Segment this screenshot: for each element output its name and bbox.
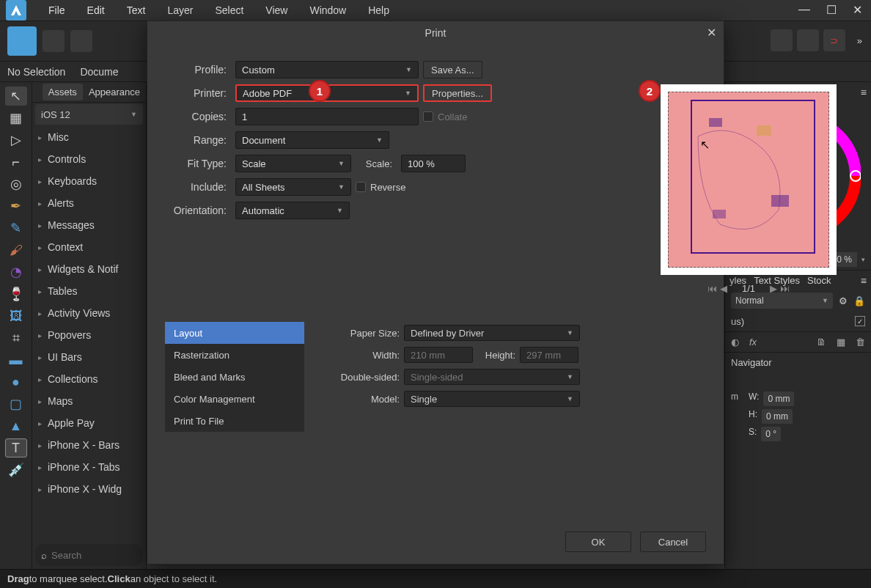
range-select[interactable]: Document▼ [235,131,389,149]
pencil-tool-icon[interactable]: ✎ [5,218,27,238]
svg-rect-5 [771,195,789,207]
adjustment-icon[interactable]: ◐ [731,337,739,348]
paper-size-select[interactable]: Defined by Driver▼ [404,325,580,341]
tree-item[interactable]: ▸Widgets & Notif [32,258,146,280]
lock-icon[interactable]: 🔒 [853,295,865,306]
toolbar-overflow-icon[interactable]: » [857,35,862,46]
tab-print-to-file[interactable]: Print To File [165,410,304,432]
tree-item[interactable]: ▸Alerts [32,192,146,214]
tree-item[interactable]: ▸iPhone X - Tabs [32,456,146,478]
ellipse-tool-icon[interactable]: ● [5,372,27,392]
tab-layout[interactable]: Layout [165,322,304,344]
delete-layer-icon[interactable]: 🗑 [856,337,865,348]
tree-item[interactable]: ▸Tables [32,280,146,302]
tab-assets[interactable]: Assets [43,84,83,100]
next-page-icon[interactable]: ▶ [770,283,777,294]
menu-edit[interactable]: Edit [87,4,105,16]
transform-w-input[interactable]: 0 mm [763,392,794,406]
toolbar-align-icon[interactable] [797,29,819,51]
copies-input[interactable]: 1 [235,108,419,125]
tree-item[interactable]: ▸iPhone X - Bars [32,434,146,456]
save-as-button[interactable]: Save As... [423,61,482,78]
tree-item[interactable]: ▸Controls [32,148,146,170]
width-input[interactable]: 210 mm [404,347,473,363]
move-tool-icon[interactable]: ↖ [5,87,27,106]
tab-rasterization[interactable]: Rasterization [165,344,304,366]
tree-item[interactable]: ▸Context [32,236,146,258]
include-select[interactable]: All Sheets▼ [235,178,351,196]
glass-tool-icon[interactable]: 🍷 [5,284,27,304]
ok-button[interactable]: OK [565,532,631,552]
menu-window[interactable]: Window [309,4,346,16]
fit-select[interactable]: Scale▼ [235,155,351,172]
maximize-icon[interactable]: ☐ [826,3,837,17]
tree-item[interactable]: ▸Maps [32,390,146,412]
menu-text[interactable]: Text [127,4,146,16]
tree-item[interactable]: ▸Messages [32,214,146,236]
tree-item[interactable]: ▸Misc [32,126,146,148]
eyedropper-tool-icon[interactable]: 💉 [5,460,27,479]
minimize-icon[interactable]: — [798,3,810,17]
tree-item[interactable]: ▸UI Bars [32,346,146,368]
double-sided-select[interactable]: Single-sided▼ [404,369,580,385]
corner-tool-icon[interactable]: ⌐ [5,152,27,172]
close-icon[interactable]: ✕ [853,3,862,17]
menu-select[interactable]: Select [215,4,243,16]
tab-appearance[interactable]: Appearance [83,84,146,100]
dialog-close-icon[interactable]: ✕ [707,26,716,40]
app-tool-icon[interactable] [7,26,37,56]
tab-bleed-marks[interactable]: Bleed and Marks [165,366,304,388]
tree-item[interactable]: ▸iPhone X - Widg [32,478,146,500]
menu-layer[interactable]: Layer [167,4,193,16]
transform-h-input[interactable]: 0 mm [762,409,793,424]
pen-tool-icon[interactable]: ✒ [5,196,27,216]
prev-page-icon[interactable]: ◀ [720,283,727,294]
visibility-checkbox[interactable]: ✓ [855,316,865,326]
mask-icon[interactable]: ▦ [837,337,845,348]
node-tool-icon[interactable]: ▷ [5,131,27,150]
properties-button[interactable]: Properties... [423,84,492,102]
fill-tool-icon[interactable]: ◔ [5,262,27,282]
panel-menu-icon[interactable]: ≡ [861,87,867,98]
gear-icon[interactable]: ⚙ [839,295,848,306]
last-page-icon[interactable]: ⏭ [780,283,790,294]
orientation-select[interactable]: Automatic▼ [235,202,350,219]
tree-item[interactable]: ▸Apple Pay [32,412,146,434]
tree-item[interactable]: ▸Collections [32,368,146,390]
toolbar-magnet-icon[interactable]: ⊃ [823,29,845,51]
panel-menu-icon[interactable]: ≡ [861,275,867,287]
menu-help[interactable]: Help [368,4,389,16]
toolbar-grid-icon[interactable] [43,30,65,52]
transform-s-input[interactable]: 0 ° [761,427,781,441]
toolbar-snap-grid-icon[interactable] [771,29,793,51]
model-select[interactable]: Single▼ [404,391,580,407]
cancel-button[interactable]: Cancel [640,532,706,552]
target-tool-icon[interactable]: ◎ [5,174,27,194]
menu-file[interactable]: File [48,4,65,16]
roundrect-tool-icon[interactable]: ▢ [5,394,27,414]
reverse-checkbox[interactable] [356,182,366,192]
add-layer-icon[interactable]: 🗎 [817,337,826,348]
toolbar-share-icon[interactable] [70,30,92,52]
brush-tool-icon[interactable]: 🖌 [5,240,27,260]
tree-item[interactable]: ▸Activity Views [32,302,146,324]
scale-input[interactable]: 100 % [401,155,466,172]
page-indicator: 1/1 [742,283,755,294]
fx-icon[interactable]: fx [749,337,757,348]
asset-search[interactable]: ⌕ [35,544,143,566]
profile-select[interactable]: Custom▼ [235,61,419,78]
tab-color-mgmt[interactable]: Color Management [165,388,304,410]
artboard-tool-icon[interactable]: ▦ [5,109,27,128]
tree-item[interactable]: ▸Keyboards [32,170,146,192]
image-tool-icon[interactable]: 🖼 [5,306,27,326]
height-input[interactable]: 297 mm [520,347,578,363]
triangle-tool-icon[interactable]: ▲ [5,416,27,436]
asset-library-select[interactable]: iOS 12 ▼ [35,104,143,125]
crop-tool-icon[interactable]: ⌗ [5,328,27,348]
tree-item[interactable]: ▸Popovers [32,324,146,346]
first-page-icon[interactable]: ⏮ [708,283,717,294]
rect-tool-icon[interactable]: ▬ [5,350,27,370]
collate-checkbox[interactable] [423,111,433,122]
menu-view[interactable]: View [265,4,287,16]
text-tool-icon[interactable]: T [5,438,27,457]
